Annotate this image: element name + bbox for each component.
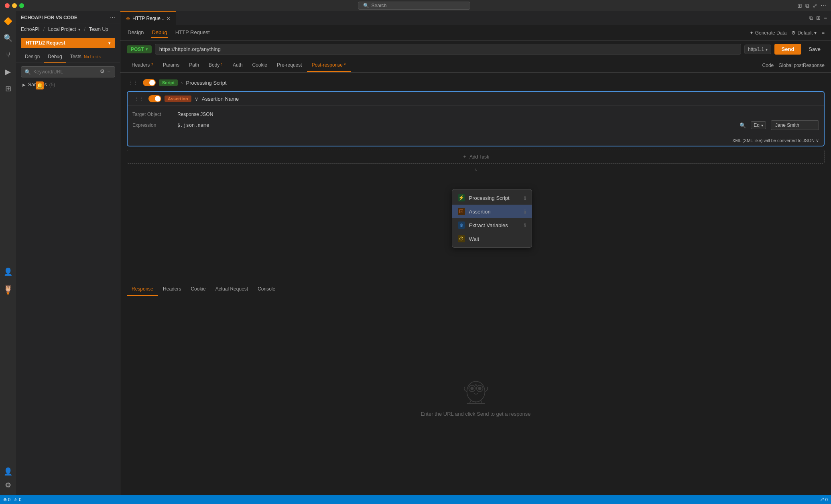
bottom-tab-headers[interactable]: Headers [158, 283, 186, 296]
expand-icon[interactable]: ⤢ [813, 2, 817, 9]
dropdown-item-processing-script[interactable]: ⚡ Processing Script ℹ [452, 191, 532, 205]
code-link[interactable]: Code [762, 63, 774, 68]
activity-echoapi-icon[interactable]: 🔶 [1, 14, 15, 28]
req-tab-params[interactable]: Params [158, 59, 184, 72]
svg-point-3 [470, 387, 473, 390]
status-errors[interactable]: ⊗ 0 [3, 497, 10, 502]
tab-bar-more-icon[interactable]: ≡ [824, 15, 827, 21]
breadcrumb-project[interactable]: Local Project [48, 26, 76, 32]
processing-script-info-icon[interactable]: ℹ [524, 195, 526, 201]
breadcrumb-team[interactable]: Team Up [89, 26, 108, 32]
sidebar-tab-design[interactable]: Design [21, 51, 44, 63]
sidebar-add-icon[interactable]: ＋ [106, 68, 112, 75]
method-label: POST [131, 47, 144, 52]
method-badge[interactable]: POST ▾ [127, 45, 152, 53]
toolbar-more-icon[interactable]: ≡ [821, 30, 825, 36]
title-search: 🔍 Search [30, 2, 797, 10]
sidebar-search[interactable]: 🔍 ⚙ ＋ [21, 66, 115, 77]
default-button[interactable]: ⚙ Default ▾ [791, 30, 817, 36]
drag-handle-script[interactable]: ⋮⋮ [127, 80, 140, 85]
activity-run-icon[interactable]: ▶ [1, 65, 15, 79]
send-button[interactable]: Send [774, 44, 802, 55]
add-task-row[interactable]: ＋ Add Task [127, 150, 825, 164]
operator-select[interactable]: Eq ▾ [751, 121, 766, 129]
dropdown-item-wait[interactable]: ⏱ Wait [452, 232, 532, 246]
http-version-chevron: ▾ [766, 47, 768, 52]
status-warnings[interactable]: ⚠ 0 [14, 497, 21, 502]
activity-search-icon[interactable]: 🔍 [1, 31, 15, 45]
bottom-tab-cookie[interactable]: Cookie [186, 283, 210, 296]
layout-icon[interactable]: ⊞ [797, 2, 802, 9]
bottom-tab-console[interactable]: Console [253, 283, 280, 296]
http-request-button[interactable]: HTTP1/2 Request ▾ [21, 38, 115, 48]
default-label: Default [797, 30, 813, 36]
close-button[interactable] [5, 3, 10, 8]
sidebar-search-input[interactable] [33, 69, 98, 75]
bottom-tab-response[interactable]: Response [127, 283, 158, 296]
tree-item-samples[interactable]: ▶ Samples (5) [16, 81, 120, 89]
breadcrumb-root[interactable]: EchoAPI [21, 26, 40, 32]
maximize-button[interactable] [19, 3, 24, 8]
req-tab-body[interactable]: Body 1 [204, 59, 228, 72]
top-tab-debug[interactable]: Debug [151, 28, 168, 38]
search-bar[interactable]: 🔍 Search [358, 2, 470, 10]
expression-label: Expression [132, 122, 173, 128]
dropdown-menu: ⚡ Processing Script ℹ ☑ Assertion ℹ ⊕ Ex… [452, 189, 532, 248]
top-tab-design[interactable]: Design [127, 28, 144, 38]
save-button[interactable]: Save [805, 44, 825, 55]
url-input[interactable] [155, 44, 742, 55]
operator-label: Eq [754, 122, 760, 128]
req-tab-path[interactable]: Path [184, 59, 204, 72]
generate-data-button[interactable]: ✦ Generate Data [750, 30, 787, 36]
assertion-toggle[interactable] [148, 95, 161, 102]
title-bar: 🔍 Search ⊞ ⧉ ⤢ ⋯ [0, 0, 831, 11]
sidebar-settings-icon[interactable]: ⚙ [100, 68, 105, 75]
tests-badge: No Limits [84, 55, 101, 59]
split-icon[interactable]: ⧉ [805, 2, 809, 9]
notification-dot [7, 292, 9, 295]
expression-search-icon[interactable]: 🔍 [740, 122, 746, 128]
global-postresponse-link[interactable]: Global postResponse [778, 63, 825, 68]
req-tab-auth[interactable]: Auth [228, 59, 248, 72]
dropdown-item-assertion[interactable]: ☑ Assertion ℹ [452, 205, 532, 218]
top-tab-http-request[interactable]: HTTP Request [175, 28, 211, 38]
assertion-info-icon[interactable]: ℹ [524, 209, 526, 215]
req-tab-cookie[interactable]: Cookie [248, 59, 272, 72]
tab-bar-layout-icon[interactable]: ⊞ [816, 15, 821, 21]
tab-bar-split-icon[interactable]: ⧉ [809, 15, 813, 21]
extract-variables-info-icon[interactable]: ℹ [524, 222, 526, 228]
minimize-button[interactable] [12, 3, 17, 8]
req-tab-headers[interactable]: Headers 7 [127, 59, 158, 72]
value-input[interactable] [771, 120, 819, 130]
assertion-name-field[interactable]: Assertion Name [202, 96, 819, 102]
sidebar-tab-debug[interactable]: Debug [44, 51, 66, 63]
sidebar-more-icon[interactable]: ⋯ [110, 14, 115, 20]
bottom-tab-actual-request[interactable]: Actual Request [211, 283, 253, 296]
more-icon[interactable]: ⋯ [821, 2, 826, 9]
status-git[interactable]: ⎇ 0 [819, 497, 828, 502]
tab-close-button[interactable]: × [167, 16, 170, 21]
add-task-label: Add Task [469, 154, 489, 160]
activity-extensions-icon[interactable]: ⊞ [1, 82, 15, 96]
notification-badge[interactable]: 🔔 [36, 81, 44, 89]
assertion-chevron-icon[interactable]: ∨ [195, 96, 199, 102]
xml-chevron[interactable]: ∨ [816, 138, 819, 143]
expression-input[interactable] [177, 122, 735, 128]
activity-settings-icon[interactable]: ⚙ [1, 478, 15, 492]
search-bar-label: Search [372, 3, 387, 8]
editor-tab-http[interactable]: ⊕ HTTP Reque... × [120, 11, 176, 25]
script-toggle[interactable] [143, 79, 156, 86]
activity-echoapi-wrap: 🔶 [1, 14, 15, 28]
activity-account-icon[interactable]: 👤 [1, 465, 15, 478]
req-tab-prerequest[interactable]: Pre-request [272, 59, 307, 72]
sidebar-tab-tests[interactable]: Tests No Limits [66, 51, 105, 63]
divider-caret: ∧ [127, 167, 825, 173]
activity-git-icon[interactable]: ⑂ [1, 48, 15, 62]
activity-echoapi-bottom-icon[interactable]: 🦉 [1, 282, 15, 295]
tab-bar-controls: ⧉ ⊞ ≡ [805, 15, 831, 21]
generate-data-icon: ✦ [750, 30, 754, 36]
activity-api-icon[interactable]: 👤 [1, 265, 15, 278]
dropdown-item-extract-variables[interactable]: ⊕ Extract Variables ℹ [452, 218, 532, 232]
drag-handle-assertion[interactable]: ⋮⋮ [132, 96, 145, 102]
req-tab-postresponse[interactable]: Post-response * [307, 59, 351, 72]
